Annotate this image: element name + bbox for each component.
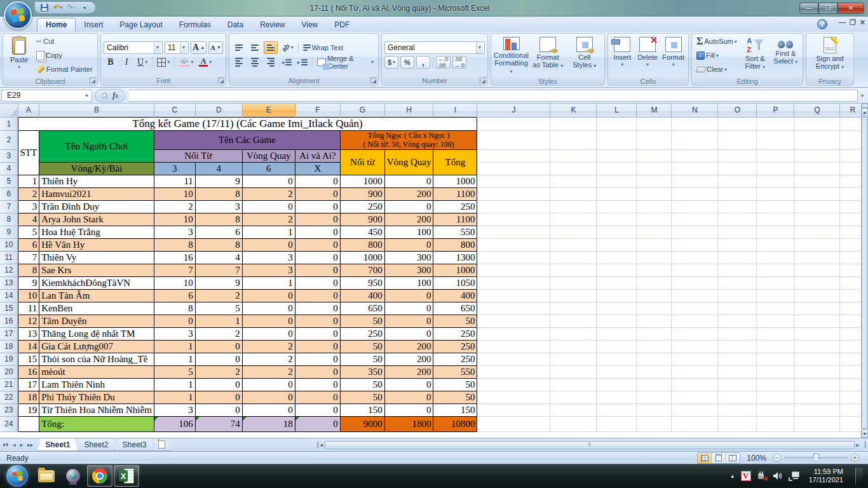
total-H24[interactable]: 1800 [384,416,433,431]
cell-I5[interactable]: 1000 [433,175,477,187]
header-sub-3[interactable]: 3 [154,162,195,175]
cell-N19[interactable] [672,353,718,365]
cell-D19[interactable]: 0 [195,353,242,365]
cell-G20[interactable]: 350 [340,365,384,378]
cell-N5[interactable] [672,175,718,187]
cell-M21[interactable] [637,378,672,391]
cell-P23[interactable] [757,403,794,416]
cell-P15[interactable] [757,302,794,315]
cell-K23[interactable] [550,403,597,416]
cell-D17[interactable]: 2 [195,327,242,340]
cell-K2[interactable] [550,130,597,149]
cell-D21[interactable]: 0 [195,378,242,391]
cell-A23[interactable]: 19 [18,403,39,416]
zoom-track[interactable] [784,457,848,459]
cell-I10[interactable]: 800 [433,238,477,251]
horizontal-split-handle[interactable]: ▕ [861,442,865,448]
cell-C14[interactable]: 6 [154,289,195,302]
first-sheet-button[interactable]: ⏴⏴ [3,442,8,449]
ribbon-tab-pdf[interactable]: PDF [326,18,358,32]
cell-N18[interactable] [672,340,718,353]
cell-E6[interactable]: 2 [242,187,295,200]
cell-J19[interactable] [477,353,550,365]
row-header-9[interactable]: 9 [0,226,18,238]
cell-G10[interactable]: 800 [340,238,384,251]
cell-P9[interactable] [757,226,794,238]
cell-O14[interactable] [718,289,757,302]
cell-H15[interactable]: 0 [384,302,433,315]
cell-Q6[interactable] [794,187,840,200]
cell-M19[interactable] [637,353,672,365]
cell-D10[interactable]: 8 [195,238,242,251]
align-top-button[interactable] [232,41,246,54]
cell-N1[interactable] [672,117,718,130]
cell-F16[interactable]: 0 [295,315,340,327]
cell-P14[interactable] [757,289,794,302]
expand-formula-bar-button[interactable]: ▾ [858,90,867,102]
accounting-format-button[interactable]: $▾ [384,56,398,69]
cell-N16[interactable] [672,315,718,327]
column-header-N[interactable]: N [672,104,718,117]
row-header-17[interactable]: 17 [0,327,18,340]
taskbar-explorer-button[interactable] [34,465,59,487]
column-header-P[interactable]: P [757,104,794,117]
cell-J7[interactable] [477,200,550,213]
horizontal-scrollbar[interactable]: ▕ ◂ ▸ ▕ [172,438,868,451]
cell-A20[interactable]: 16 [18,365,39,378]
number-dialog-launcher[interactable] [480,78,486,84]
cell-G22[interactable]: 50 [340,391,384,403]
cell-J8[interactable] [477,213,550,226]
row-header-22[interactable]: 22 [0,391,18,403]
cell-Q24[interactable] [794,416,840,431]
taskbar-excel-button[interactable]: X [114,465,139,487]
cell-B11[interactable]: Thiên Vy [39,251,154,264]
cell-K15[interactable] [550,302,597,315]
tab-split-handle[interactable]: ▕ [314,442,318,448]
cell-C6[interactable]: 10 [154,187,195,200]
cell-O11[interactable] [718,251,757,264]
cell-C7[interactable]: 2 [154,200,195,213]
cell-K8[interactable] [550,213,597,226]
cell-M18[interactable] [637,340,672,353]
total-D24[interactable]: 74 [195,416,242,431]
cell-H19[interactable]: 200 [384,353,433,365]
cell-L6[interactable] [597,187,637,200]
row-header-2[interactable]: 2 [0,130,18,149]
cell-Q21[interactable] [794,378,840,391]
alignment-dialog-launcher[interactable] [370,78,377,84]
cell-L23[interactable] [597,403,637,416]
column-header-K[interactable]: K [550,104,597,117]
cell-L17[interactable] [597,327,637,340]
cell-M22[interactable] [637,391,672,403]
header-sub-6[interactable]: 6 [242,162,295,175]
vertical-scrollbar[interactable] [861,104,868,438]
cell-H23[interactable]: 0 [384,403,433,416]
column-header-G[interactable]: G [340,104,384,117]
header-gem-noitu[interactable]: Nối từ [340,149,384,175]
cell-B8[interactable]: Arya John Stark [39,213,154,226]
cell-N11[interactable] [672,251,718,264]
cell-O19[interactable] [718,353,757,365]
header-game-vongquay[interactable]: Vòng Quay [242,149,295,162]
start-button[interactable] [6,465,28,487]
cell-Q3[interactable] [794,149,840,162]
qat-customize-button[interactable]: ▾ [79,3,90,13]
cell-H14[interactable]: 0 [384,289,433,302]
total-I24[interactable]: 10800 [433,416,477,431]
cell-O17[interactable] [718,327,757,340]
cell-J10[interactable] [477,238,550,251]
cell-G16[interactable]: 50 [340,315,384,327]
column-header-L[interactable]: L [597,104,637,117]
format-cells-button[interactable]: Format▾ [661,35,686,76]
font-size-combo[interactable]: 11▾ [165,41,189,54]
column-header-D[interactable]: D [195,104,242,117]
cell-L22[interactable] [597,391,637,403]
cell-L24[interactable] [597,416,637,431]
cell-C11[interactable]: 16 [154,251,195,264]
cell-Q7[interactable] [794,200,840,213]
cell-B6[interactable]: Hamvui2021 [39,187,154,200]
cell-D12[interactable]: 7 [195,264,242,276]
column-header-C[interactable]: C [154,104,195,117]
cell-G17[interactable]: 250 [340,327,384,340]
decrease-decimal-button[interactable]: .00→.0 [452,56,467,69]
